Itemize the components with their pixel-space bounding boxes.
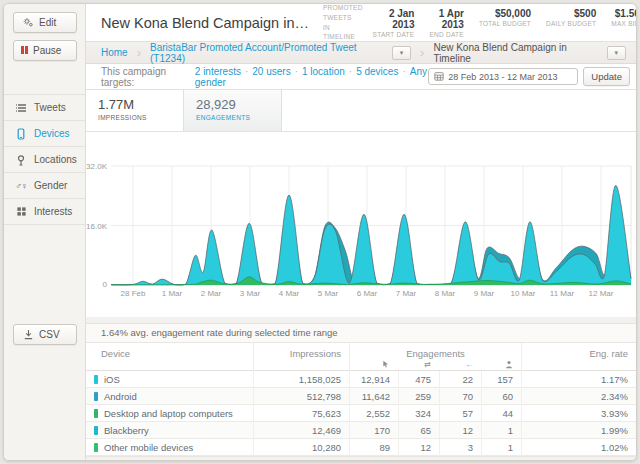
csv-button-label: CSV — [39, 329, 60, 340]
stat-label: START DATE — [373, 31, 415, 38]
sidebar-item-locations[interactable]: Locations — [4, 147, 85, 173]
breadcrumb-separator-icon: › — [137, 46, 141, 59]
update-button[interactable]: Update — [583, 67, 630, 86]
column-impressions: Impressions — [253, 343, 349, 372]
stat-label: TOTAL BUDGET — [479, 20, 531, 27]
tab-impressions[interactable]: 1.77M IMPRESSIONS — [86, 90, 184, 131]
x-tick-label: 9 Mar — [474, 289, 495, 298]
retweets-cell: 475 — [398, 371, 439, 388]
device-name: Desktop and laptop computers — [104, 408, 233, 419]
header-stat-daily-budget: $500DAILY BUDGET — [546, 8, 596, 38]
breadcrumb-current-campaign: New Kona Blend Campaign in Timeline — [433, 42, 600, 64]
edit-button[interactable]: Edit — [13, 12, 77, 33]
x-tick-label: 5 Mar — [318, 289, 339, 298]
target-link-separator: · — [402, 66, 405, 77]
target-link-separator: · — [295, 66, 298, 77]
target-link-20-users[interactable]: 20 users — [252, 66, 290, 77]
device-cell: Blackberry — [86, 425, 253, 436]
sidebar-item-label: Devices — [34, 128, 70, 139]
table-row-desktop-and-laptop-computers: Desktop and laptop computers75,6232,5523… — [86, 405, 636, 422]
x-tick-label: 6 Mar — [357, 289, 378, 298]
replies-cell: 70 — [439, 388, 481, 405]
impressions-value: 1.77M — [98, 97, 183, 112]
pause-icon — [21, 45, 29, 56]
gender-icon: ♂♀ — [14, 181, 28, 191]
download-icon — [21, 329, 35, 340]
chart-panel: 1.77M IMPRESSIONS 28,929 ENGAGEMENTS 32.… — [86, 90, 636, 317]
breadcrumb-home-link[interactable]: Home — [101, 47, 128, 58]
clicks-cell: 11,642 — [349, 388, 398, 405]
device-name: Other mobile devices — [104, 442, 193, 453]
header-stats: 2 Jan 2013START DATE1 Apr 2013END DATE$5… — [373, 8, 637, 38]
sidebar-item-label: Gender — [34, 180, 67, 191]
device-cell: iOS — [86, 374, 253, 385]
x-tick-label: 12 Mar — [589, 289, 614, 298]
replies-cell: 12 — [439, 422, 481, 439]
clicks-cell: 12,914 — [349, 371, 398, 388]
impressions-cell: 512,798 — [253, 388, 349, 405]
promotion-type-line2: IN TIMELINE — [323, 23, 363, 43]
y-tick-label: 32.0K — [86, 162, 108, 171]
panel-divider — [86, 317, 636, 324]
engagements-column-title: Engagements — [350, 343, 521, 359]
target-link-5-devices[interactable]: 5 devices — [356, 66, 398, 77]
location-pin-icon — [14, 154, 28, 166]
replies-cell: 3 — [439, 439, 481, 456]
promotion-type-label: PROMOTED TWEETS IN TIMELINE — [323, 3, 363, 42]
follows-cell: 157 — [481, 371, 521, 388]
x-tick-label: 7 Mar — [396, 289, 417, 298]
metric-tabs: 1.77M IMPRESSIONS 28,929 ENGAGEMENTS — [86, 90, 636, 132]
sidebar-item-label: Tweets — [34, 102, 66, 113]
tab-engagements[interactable]: 28,929 ENGAGEMENTS — [184, 90, 282, 131]
device-name: Android — [104, 391, 137, 402]
breadcrumb-account-link[interactable]: BaristaBar Promoted Account/Promoted Twe… — [150, 42, 386, 64]
follows-cell: 1 — [481, 439, 521, 456]
header-stat-start-date: 2 Jan 2013START DATE — [373, 8, 415, 38]
y-tick-label: 0 — [103, 280, 108, 289]
csv-download-button[interactable]: CSV — [13, 324, 77, 345]
x-tick-label: 3 Mar — [240, 289, 261, 298]
x-tick-label: 11 Mar — [550, 289, 575, 298]
date-range-input[interactable]: 28 Feb 2013 - 12 Mar 2013 — [428, 68, 578, 85]
x-tick-label: 4 Mar — [279, 289, 300, 298]
breadcrumb-separator-icon: › — [420, 46, 424, 59]
table-row-android: Android512,79811,64225970602.34% — [86, 388, 636, 405]
pause-button[interactable]: Pause — [13, 40, 77, 61]
chevron-down-icon: ▾ — [615, 49, 619, 57]
engagements-area-chart: 32.0K16.0K028 Feb1 Mar2 Mar3 Mar4 Mar5 M… — [86, 132, 637, 317]
table-row-blackberry: Blackberry12,469170651211.99% — [86, 422, 636, 439]
sidebar-item-tweets[interactable]: Tweets — [4, 95, 85, 121]
devices-table: iOS1,158,02512,914475221571.17%Android51… — [86, 371, 636, 456]
sidebar-item-gender[interactable]: ♂♀Gender — [4, 173, 85, 199]
sidebar-item-devices[interactable]: Devices — [4, 121, 85, 147]
series-swatch — [94, 392, 98, 401]
impressions-cell: 10,280 — [253, 439, 349, 456]
campaign-targets-row: This campaign targets: 2 interests·20 us… — [86, 64, 636, 90]
replies-cell: 22 — [439, 371, 481, 388]
target-link-separator: · — [349, 66, 352, 77]
impressions-cell: 12,469 — [253, 422, 349, 439]
replies-cell: 57 — [439, 405, 481, 422]
device-cell: Other mobile devices — [86, 442, 253, 453]
follows-cell: 1 — [481, 422, 521, 439]
eng-rate-cell: 1.99% — [521, 422, 636, 439]
breadcrumb-campaign-dropdown[interactable]: ▾ — [607, 46, 626, 60]
sidebar-item-interests[interactable]: Interests — [4, 199, 85, 225]
series-swatch — [94, 426, 98, 435]
chevron-down-icon: ▾ — [400, 49, 404, 57]
target-link-2-interests[interactable]: 2 interests — [195, 66, 241, 77]
column-engagements: Engagements ⇄ ← — [349, 343, 521, 372]
stat-label: DAILY BUDGET — [546, 20, 596, 27]
stat-value: $500 — [546, 8, 596, 19]
target-link-separator: · — [245, 66, 248, 77]
page-title: New Kona Blend Campaign in… — [101, 15, 309, 31]
target-link-1-location[interactable]: 1 location — [302, 66, 345, 77]
main-content: New Kona Blend Campaign in… PROMOTED TWE… — [86, 4, 636, 460]
stat-value: $1.50 — [611, 8, 637, 19]
campaign-header: New Kona Blend Campaign in… PROMOTED TWE… — [86, 4, 636, 41]
eng-rate-cell: 1.17% — [521, 371, 636, 388]
stat-value: 2 Jan 2013 — [373, 8, 415, 30]
breadcrumb-account-dropdown[interactable]: ▾ — [392, 46, 411, 60]
impressions-label: IMPRESSIONS — [98, 114, 183, 121]
retweets-cell: 12 — [398, 439, 439, 456]
